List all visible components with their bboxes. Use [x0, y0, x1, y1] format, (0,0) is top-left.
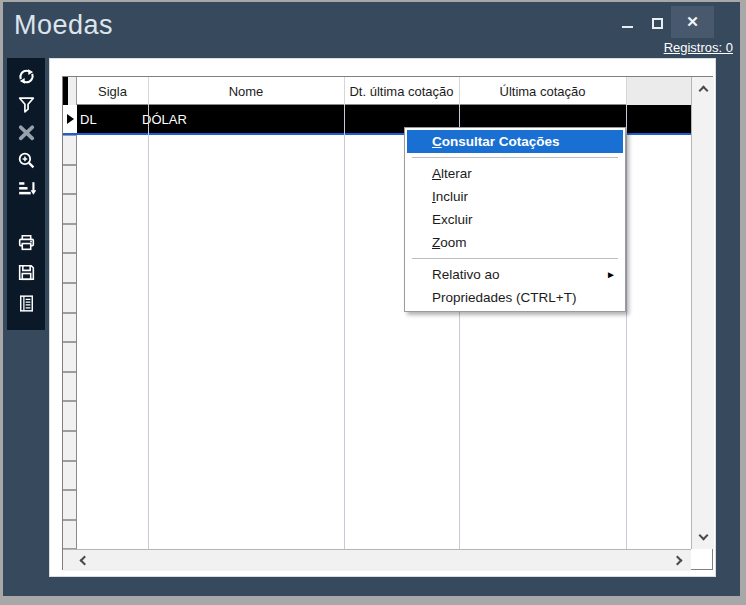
cell-sigla: DL	[80, 105, 97, 133]
save-icon	[16, 262, 37, 283]
close-button[interactable]: ✕	[671, 6, 714, 38]
print-button[interactable]	[7, 228, 45, 256]
report-button[interactable]	[7, 289, 45, 317]
menu-item-zoom[interactable]: Zoom	[405, 231, 625, 254]
grid-header: Sigla Nome Dt. última cotação Última cot…	[63, 77, 691, 105]
menu-item-excluir[interactable]: Excluir	[405, 208, 625, 231]
chevron-right-icon	[673, 556, 683, 566]
grid-indicator-header	[68, 77, 77, 105]
zoom-in-icon	[16, 150, 37, 171]
page-title: Moedas	[14, 10, 113, 41]
row-indicator	[63, 105, 77, 133]
clear-filter-button[interactable]	[7, 118, 45, 146]
maximize-button[interactable]	[644, 10, 670, 36]
refresh-button[interactable]	[7, 62, 45, 90]
submenu-arrow-icon: ►	[606, 269, 616, 280]
column-header-nome[interactable]: Nome	[148, 77, 344, 105]
menu-item-consultar-cotacoes[interactable]: Consultar Cotações	[407, 130, 623, 153]
minimize-icon	[622, 26, 633, 28]
horizontal-scrollbar[interactable]	[63, 549, 691, 571]
menu-item-relativo-ao[interactable]: Relativo ao ►	[405, 263, 625, 286]
chevron-up-icon	[698, 86, 708, 96]
vertical-scrollbar[interactable]	[691, 77, 714, 549]
print-icon	[16, 232, 37, 253]
filter-icon	[16, 94, 37, 115]
sort-button[interactable]	[7, 174, 45, 202]
maximize-icon	[652, 18, 663, 29]
toolbar-strip	[7, 58, 45, 330]
column-header-ultima-cotacao[interactable]: Última cotação	[459, 77, 626, 105]
menu-separator	[412, 157, 618, 158]
close-icon: ✕	[686, 13, 699, 31]
chevron-left-icon	[80, 556, 90, 566]
menu-item-propriedades[interactable]: Propriedades (CTRL+T)	[405, 286, 625, 309]
report-icon	[16, 293, 37, 314]
column-header-extra	[626, 77, 691, 105]
current-row-arrow-icon	[67, 114, 74, 124]
scroll-left-button[interactable]	[74, 550, 92, 571]
row-indicator-column	[63, 135, 77, 549]
scroll-down-button[interactable]	[692, 527, 714, 547]
column-header-dt-ultima-cotacao[interactable]: Dt. última cotação	[344, 77, 459, 105]
menu-item-alterar[interactable]: Alterar	[405, 162, 625, 185]
menu-item-incluir[interactable]: Incluir	[405, 185, 625, 208]
registros-link[interactable]: Registros: 0	[664, 40, 733, 55]
context-menu: Consultar Cotações Alterar Incluir Exclu…	[404, 127, 626, 312]
column-header-sigla[interactable]: Sigla	[77, 77, 148, 105]
menu-separator	[412, 258, 618, 259]
refresh-icon	[16, 66, 37, 87]
clear-filter-icon	[16, 122, 37, 143]
chevron-down-icon	[698, 531, 708, 541]
moedas-window: Moedas ✕ Registros: 0	[0, 0, 746, 605]
save-button[interactable]	[7, 258, 45, 286]
scroll-up-button[interactable]	[692, 79, 714, 99]
filter-button[interactable]	[7, 90, 45, 118]
minimize-button[interactable]	[615, 10, 639, 36]
scroll-right-button[interactable]	[670, 550, 688, 571]
sort-icon	[16, 178, 37, 199]
zoom-in-button[interactable]	[7, 146, 45, 174]
